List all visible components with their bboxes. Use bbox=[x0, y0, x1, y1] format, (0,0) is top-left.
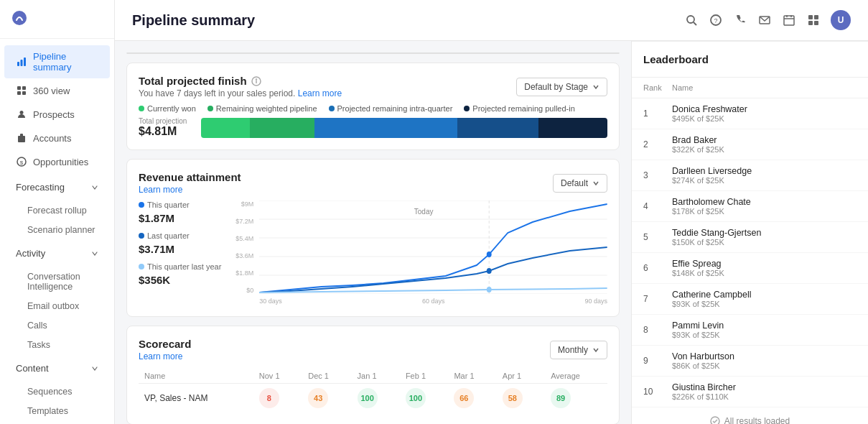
sidebar-item-accounts-label: Accounts bbox=[33, 133, 71, 144]
scorecard-col-name: Name bbox=[139, 369, 253, 384]
lb-name-text-4: Bartholomew Chate bbox=[672, 197, 857, 207]
sidebar-item-pipeline-summary[interactable]: Pipeline summary bbox=[4, 45, 110, 78]
sidebar: Pipeline summary 360 view Prospects Acco… bbox=[0, 0, 115, 424]
sidebar-sub-calls[interactable]: Calls bbox=[4, 316, 110, 335]
total-projected-card: Total projected finish You have 7 days l… bbox=[126, 63, 620, 150]
lb-name-text-7: Catherine Campbell bbox=[672, 290, 857, 300]
sidebar-section-forecasting[interactable]: Forecasting bbox=[4, 176, 110, 198]
sidebar-sub-forecast-rollup[interactable]: Forecast rollup bbox=[4, 201, 110, 220]
sidebar-item-prospects[interactable]: Prospects bbox=[4, 103, 110, 126]
sidebar-item-accounts[interactable]: Accounts bbox=[4, 126, 110, 149]
legend-item-1: Currently won bbox=[139, 104, 196, 113]
lb-name-8: Pammi Levin $93K of $25K bbox=[672, 321, 857, 339]
scorecard-table: Name Nov 1 Dec 1 Jan 1 Feb 1 Mar 1 Apr 1… bbox=[139, 369, 607, 413]
scorecard-row-dec: 43 bbox=[302, 384, 351, 413]
user-avatar[interactable]: U bbox=[831, 10, 851, 30]
lb-sub-6: $148K of $25K bbox=[672, 269, 857, 277]
sidebar-sub-email-outbox[interactable]: Email outbox bbox=[4, 297, 110, 315]
chart-icon bbox=[16, 56, 27, 68]
sidebar-item-opportunities[interactable]: $ Opportunities bbox=[4, 150, 110, 173]
projection-amount-label: Total projection $4.81M bbox=[139, 117, 192, 138]
svg-rect-26 bbox=[808, 21, 813, 25]
calendar-icon[interactable] bbox=[782, 13, 796, 27]
proj-seg-3 bbox=[314, 118, 457, 138]
help-icon[interactable]: ? bbox=[709, 13, 723, 27]
leaderboard-footer: All results loaded bbox=[632, 407, 868, 424]
scorecard-col-avg: Average bbox=[545, 369, 607, 384]
stat-this-quarter-label: This quarter bbox=[139, 201, 221, 209]
lb-name-9: Von Harburtson $86K of $25K bbox=[672, 351, 857, 370]
grid2-icon[interactable] bbox=[806, 13, 821, 27]
table-row: VP, Sales - NAM 8 43 100 100 66 58 89 bbox=[139, 384, 607, 413]
search-bar[interactable] bbox=[126, 52, 620, 54]
lb-rank-3: 3 bbox=[643, 170, 661, 180]
total-projected-subtitle: You have 7 days left in your sales perio… bbox=[139, 88, 342, 98]
leaderboard-col-rank-header: Rank bbox=[643, 83, 661, 92]
svg-rect-11 bbox=[20, 139, 22, 142]
revenue-dropdown[interactable]: Default bbox=[553, 174, 607, 193]
lb-rank-10: 10 bbox=[643, 387, 661, 397]
projection-bar-container: Total projection $4.81M bbox=[139, 117, 607, 138]
scorecard-row-mar: 66 bbox=[448, 384, 496, 413]
sidebar-item-360-view[interactable]: 360 view bbox=[4, 79, 110, 102]
lb-sub-5: $150K of $25K bbox=[672, 238, 857, 246]
lb-name-7: Catherine Campbell $93K of $25K bbox=[672, 290, 857, 308]
leaderboard-row-6: 6 Effie Spreag $148K of $25K bbox=[632, 253, 868, 284]
sidebar-item-prospects-label: Prospects bbox=[33, 109, 75, 120]
legend-dot-3 bbox=[329, 106, 335, 111]
lb-name-2: Brad Baker $322K of $25K bbox=[672, 135, 857, 154]
scorecard-dropdown[interactable]: Monthly bbox=[550, 341, 607, 359]
chevron-down-icon-3 bbox=[592, 346, 599, 354]
total-projected-dropdown[interactable]: Default by Stage bbox=[516, 78, 607, 96]
sidebar-sub-sequences[interactable]: Sequences bbox=[4, 382, 110, 401]
svg-point-8 bbox=[20, 111, 24, 114]
leaderboard-footer-text: All results loaded bbox=[724, 416, 790, 424]
lb-name-1: Donica Freshwater $495K of $25K bbox=[672, 104, 857, 123]
scorecard-learn-more-area: Learn more bbox=[139, 351, 191, 361]
lb-name-text-9: Von Harburtson bbox=[672, 351, 857, 361]
y-axis: $9M $7.2M $5.4M $3.6M $1.8M $0 bbox=[235, 201, 256, 294]
leaderboard-row-9: 9 Von Harburtson $86K of $25K bbox=[632, 346, 868, 377]
revenue-learn-more[interactable]: Learn more bbox=[139, 185, 182, 195]
search-icon[interactable] bbox=[684, 13, 699, 27]
email-icon[interactable] bbox=[757, 13, 772, 27]
scorecard-col-jan: Jan 1 bbox=[352, 369, 400, 384]
lb-name-text-1: Donica Freshwater bbox=[672, 104, 857, 114]
revenue-chart-wrap: $9M $7.2M $5.4M $3.6M $1.8M $0 bbox=[235, 201, 607, 305]
total-projected-learn-more[interactable]: Learn more bbox=[298, 88, 342, 98]
score-badge-feb: 100 bbox=[406, 388, 426, 408]
scorecard-learn-more[interactable]: Learn more bbox=[139, 351, 182, 361]
sidebar-sub-conversation-intelligence[interactable]: Conversation Intelligence bbox=[4, 267, 110, 296]
today-label: Today bbox=[414, 208, 434, 216]
leaderboard-row-2: 2 Brad Baker $322K of $25K bbox=[632, 129, 868, 160]
sidebar-sub-success-plans[interactable]: Success plans bbox=[4, 421, 110, 424]
scorecard-row-name: VP, Sales - NAM bbox=[139, 384, 253, 413]
phone-icon[interactable] bbox=[733, 13, 747, 27]
info-icon[interactable] bbox=[251, 76, 261, 86]
lb-sub-4: $178K of $25K bbox=[672, 207, 857, 216]
sidebar-sub-scenario-planner[interactable]: Scenario planner bbox=[4, 221, 110, 239]
lb-name-text-2: Brad Baker bbox=[672, 135, 857, 145]
scorecard-row-nov: 8 bbox=[253, 384, 302, 413]
svg-rect-6 bbox=[17, 91, 21, 95]
scorecard-col-apr: Apr 1 bbox=[497, 369, 545, 384]
scorecard-header: Scorecard Learn more Monthly bbox=[139, 338, 607, 361]
leaderboard-row-1: 1 Donica Freshwater $495K of $25K bbox=[632, 98, 868, 129]
sidebar-sub-tasks[interactable]: Tasks bbox=[4, 336, 110, 354]
sidebar-section-content[interactable]: Content bbox=[4, 357, 110, 379]
page-header: Pipeline summary ? U bbox=[115, 0, 868, 41]
lb-rank-4: 4 bbox=[643, 201, 661, 211]
main: Pipeline summary ? U bbox=[115, 0, 868, 424]
legend-item-4: Projected remaining pulled-in bbox=[464, 104, 574, 113]
lb-sub-2: $322K of $25K bbox=[672, 145, 857, 154]
sidebar-nav: Pipeline summary 360 view Prospects Acco… bbox=[0, 39, 114, 424]
lb-name-4: Bartholomew Chate $178K of $25K bbox=[672, 197, 857, 216]
lb-rank-2: 2 bbox=[643, 139, 661, 149]
score-badge-dec: 43 bbox=[308, 388, 328, 408]
stat-dot-last-quarter bbox=[139, 233, 144, 239]
checkmark-circle-icon bbox=[710, 416, 720, 424]
logo[interactable] bbox=[0, 0, 114, 39]
sidebar-section-activity[interactable]: Activity bbox=[4, 242, 110, 264]
sidebar-sub-templates[interactable]: Templates bbox=[4, 402, 110, 420]
forecasting-label: Forecasting bbox=[16, 182, 65, 193]
